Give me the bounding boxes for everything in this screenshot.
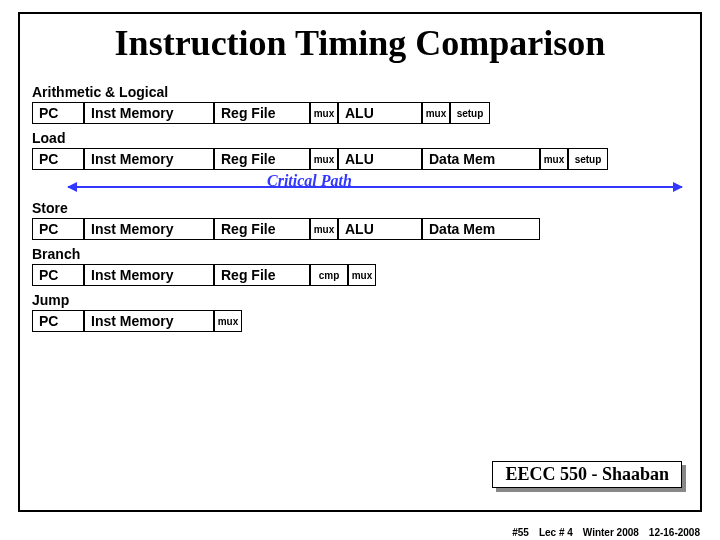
stage-setup: setup xyxy=(450,102,490,124)
label-jump: Jump xyxy=(32,292,688,308)
stage-inst-memory: Inst Memory xyxy=(84,218,214,240)
label-store: Store xyxy=(32,200,688,216)
stage-data-mem: Data Mem xyxy=(422,218,540,240)
stage-mux: mux xyxy=(310,102,338,124)
row-branch: PC Inst Memory Reg File cmp mux xyxy=(32,264,688,286)
stage-mux: mux xyxy=(214,310,242,332)
stage-inst-memory: Inst Memory xyxy=(84,264,214,286)
stage-mux: mux xyxy=(310,218,338,240)
row-arith: PC Inst Memory Reg File mux ALU mux setu… xyxy=(32,102,688,124)
stage-alu: ALU xyxy=(338,102,422,124)
stage-mux: mux xyxy=(348,264,376,286)
slide-title: Instruction Timing Comparison xyxy=(20,14,700,78)
stage-reg-file: Reg File xyxy=(214,218,310,240)
row-load: PC Inst Memory Reg File mux ALU Data Mem… xyxy=(32,148,688,170)
stage-inst-memory: Inst Memory xyxy=(84,148,214,170)
stage-inst-memory: Inst Memory xyxy=(84,102,214,124)
meta-term: Winter 2008 xyxy=(583,527,639,538)
row-store: PC Inst Memory Reg File mux ALU Data Mem xyxy=(32,218,688,240)
label-arith: Arithmetic & Logical xyxy=(32,84,688,100)
stage-mux: mux xyxy=(310,148,338,170)
label-branch: Branch xyxy=(32,246,688,262)
meta-date: 12-16-2008 xyxy=(649,527,700,538)
stage-reg-file: Reg File xyxy=(214,148,310,170)
stage-pc: PC xyxy=(32,148,84,170)
stage-pc: PC xyxy=(32,310,84,332)
stage-data-mem: Data Mem xyxy=(422,148,540,170)
stage-pc: PC xyxy=(32,102,84,124)
stage-mux: mux xyxy=(422,102,450,124)
stage-alu: ALU xyxy=(338,148,422,170)
footer-credit: EECC 550 - Shaaban xyxy=(492,461,682,488)
critical-path-arrow xyxy=(68,186,682,188)
stage-setup: setup xyxy=(568,148,608,170)
diagram-body: Arithmetic & Logical PC Inst Memory Reg … xyxy=(20,84,700,332)
stage-inst-memory: Inst Memory xyxy=(84,310,214,332)
slide-frame: Instruction Timing Comparison Arithmetic… xyxy=(18,12,702,512)
stage-alu: ALU xyxy=(338,218,422,240)
stage-reg-file: Reg File xyxy=(214,102,310,124)
stage-reg-file: Reg File xyxy=(214,264,310,286)
critical-path: Critical Path xyxy=(32,172,688,194)
stage-pc: PC xyxy=(32,218,84,240)
stage-pc: PC xyxy=(32,264,84,286)
label-load: Load xyxy=(32,130,688,146)
meta-slide: #55 xyxy=(512,527,529,538)
row-jump: PC Inst Memory mux xyxy=(32,310,688,332)
stage-cmp: cmp xyxy=(310,264,348,286)
footer-meta: #55 Lec # 4 Winter 2008 12-16-2008 xyxy=(512,527,700,538)
stage-mux: mux xyxy=(540,148,568,170)
meta-lecture: Lec # 4 xyxy=(539,527,573,538)
